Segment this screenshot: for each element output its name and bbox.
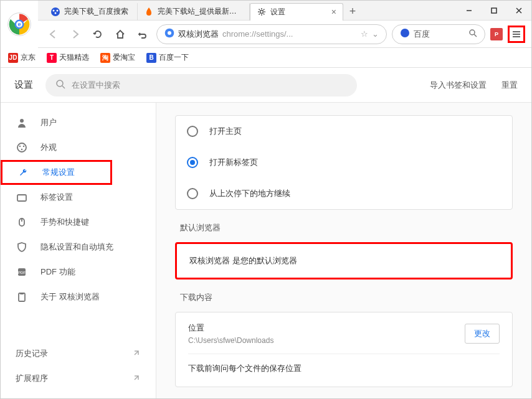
reload-button[interactable] (89, 26, 107, 43)
bookmark-tmall[interactable]: T天猫精选 (47, 52, 89, 63)
external-link-icon (132, 373, 141, 384)
toolbar: 双核浏览器 chrome://settings/... ☆ ⌄ 百度 P (1, 21, 531, 48)
sidebar-item-history[interactable]: 历史记录 (1, 341, 156, 366)
svg-point-26 (23, 146, 24, 147)
settings-search[interactable]: 在设置中搜索 (45, 74, 357, 96)
startup-option-continue[interactable]: 从上次停下的地方继续 (176, 178, 512, 209)
forward-button[interactable] (67, 26, 84, 43)
bookmark-baidu[interactable]: B百度一下 (146, 52, 189, 63)
sidebar-label: 扩展程序 (16, 373, 48, 384)
sidebar-item-privacy[interactable]: 隐私设置和自动填充 (1, 235, 156, 260)
address-bar[interactable]: 双核浏览器 chrome://settings/... ☆ ⌄ (156, 24, 387, 44)
sidebar-item-tabs[interactable]: 标签设置 (1, 185, 156, 210)
sidebar-label: 手势和快捷键 (40, 217, 89, 228)
sidebar-item-gestures[interactable]: 手势和快捷键 (1, 210, 156, 235)
svg-point-15 (401, 29, 409, 37)
search-bar[interactable]: 百度 (392, 24, 485, 44)
downloads-card: 位置 C:\Users\sfwe\Downloads 更改 下载前询问每个文件的… (175, 312, 513, 387)
svg-point-8 (260, 11, 264, 14)
bookmark-label: 天猫精选 (59, 52, 89, 63)
svg-line-17 (474, 34, 477, 37)
sidebar-label: 常规设置 (42, 167, 75, 178)
sidebar-label: 关于 双核浏览器 (40, 291, 100, 303)
undo-button[interactable] (134, 26, 151, 43)
person-icon (16, 116, 28, 129)
reset-button[interactable]: 重置 (501, 80, 518, 91)
baidu-icon (50, 7, 60, 17)
tab-title: 完美下载_百度搜索 (64, 6, 131, 17)
settings-header: 设置 在设置中搜索 导入书签和设置 重置 (1, 68, 531, 103)
fire-icon (144, 7, 154, 17)
baidu-icon: B (146, 53, 156, 63)
svg-point-21 (57, 80, 63, 87)
svg-point-5 (53, 9, 55, 11)
svg-line-22 (62, 86, 65, 88)
sidebar-label: 外观 (40, 142, 57, 153)
sidebar-item-user[interactable]: 用户 (1, 110, 156, 135)
default-browser-text: 双核浏览器 是您的默认浏览器 (189, 256, 297, 265)
star-icon[interactable]: ☆ (361, 29, 368, 39)
maximize-button[interactable] (482, 1, 506, 21)
sidebar-item-general[interactable]: 常规设置 (1, 160, 112, 185)
sidebar-item-pdf[interactable]: PDFPDF 功能 (1, 260, 156, 284)
svg-point-23 (20, 119, 24, 123)
mouse-icon (16, 216, 28, 228)
download-location-path: C:\Users\sfwe\Downloads (188, 336, 465, 345)
addressbar-label: 双核浏览器 (178, 29, 219, 40)
tab-title: 完美下载站_提供最新安全 (158, 6, 243, 17)
tab-3-active[interactable]: 设置 × (250, 3, 343, 21)
pdf-icon[interactable]: P (490, 28, 503, 40)
pdf-icon: PDF (16, 266, 28, 278)
tab-title: 设置 (270, 7, 329, 17)
svg-rect-10 (492, 8, 496, 13)
svg-point-25 (19, 146, 21, 147)
shield-icon (16, 241, 28, 253)
tab-icon (16, 191, 28, 204)
back-button[interactable] (44, 26, 62, 43)
svg-point-24 (17, 143, 26, 152)
bookmark-jd[interactable]: JD京东 (8, 52, 36, 63)
main-menu-button[interactable] (508, 26, 525, 43)
minimize-button[interactable] (457, 1, 482, 21)
radio-icon (187, 126, 198, 137)
palette-icon (16, 141, 28, 154)
gear-icon (257, 7, 267, 17)
sidebar-label: 标签设置 (40, 192, 73, 203)
home-button[interactable] (112, 26, 129, 43)
startup-option-newtab[interactable]: 打开新标签页 (176, 147, 512, 178)
close-icon[interactable]: × (331, 7, 336, 17)
option-label: 从上次停下的地方继续 (209, 188, 290, 199)
bookmark-label: 爱淘宝 (113, 52, 135, 63)
svg-point-14 (168, 31, 171, 35)
tab-2[interactable]: 完美下载站_提供最新安全 (138, 3, 250, 21)
clipboard-icon (16, 291, 28, 303)
sidebar-item-about[interactable]: 关于 双核浏览器 (1, 284, 156, 309)
svg-rect-34 (20, 293, 24, 294)
tmall-icon: T (47, 53, 57, 63)
section-title-default-browser: 默认浏览器 (180, 222, 513, 233)
svg-point-7 (55, 12, 57, 14)
settings-content: 打开主页 打开新标签页 从上次停下的地方继续 默认浏览器 双核浏览器 是您的默认… (156, 103, 531, 398)
section-title-downloads: 下载内容 (180, 292, 513, 303)
chevron-down-icon[interactable]: ⌄ (372, 29, 379, 39)
new-tab-button[interactable]: + (343, 3, 362, 21)
import-bookmarks-button[interactable]: 导入书签和设置 (430, 80, 487, 91)
startup-option-homepage[interactable]: 打开主页 (176, 116, 512, 147)
baidu-icon (400, 28, 410, 40)
bookmark-aitaobao[interactable]: 淘爱淘宝 (100, 52, 135, 63)
search-icon[interactable] (468, 29, 477, 39)
change-location-button[interactable]: 更改 (465, 324, 500, 344)
window-controls (457, 1, 531, 21)
radio-icon (187, 188, 198, 199)
sidebar-item-appearance[interactable]: 外观 (1, 135, 156, 160)
sidebar-item-extensions[interactable]: 扩展程序 (1, 366, 156, 391)
tab-strip: 完美下载_百度搜索 完美下载站_提供最新安全 设置 × + (44, 1, 457, 21)
bookmarks-bar: JD京东 T天猫精选 淘爱淘宝 B百度一下 (1, 48, 531, 68)
jd-icon: JD (8, 53, 18, 63)
download-ask-label: 下载前询问每个文件的保存位置 (188, 363, 500, 374)
aitaobao-icon: 淘 (100, 53, 110, 63)
addressbar-url: chrome://settings/... (222, 29, 293, 39)
tab-1[interactable]: 完美下载_百度搜索 (44, 3, 138, 21)
close-button[interactable] (506, 1, 531, 21)
svg-text:e: e (17, 21, 21, 27)
